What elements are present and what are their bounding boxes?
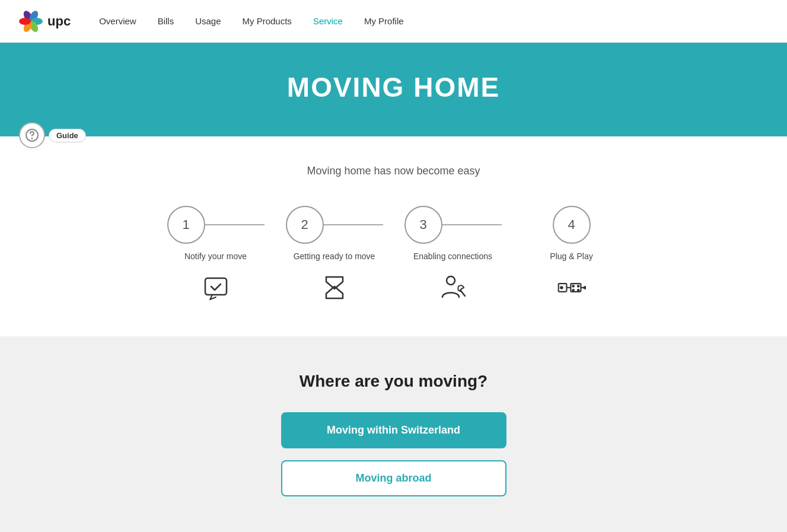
step-4-circle: 4	[553, 206, 591, 244]
step-3-icon	[438, 272, 469, 303]
guide-icon	[25, 128, 39, 142]
steps-section: Moving home has now become easy 1 Notify…	[0, 136, 787, 336]
hourglass-icon	[320, 273, 349, 302]
nav-links: Overview Bills Usage My Products Service…	[99, 16, 403, 26]
nav-usage[interactable]: Usage	[195, 16, 221, 26]
where-title: Where are you moving?	[0, 372, 787, 391]
hero-banner: MOVING HOME Guide	[0, 43, 787, 136]
nav-my-profile[interactable]: My Profile	[364, 16, 404, 26]
check-bubble-icon	[202, 273, 230, 302]
step-2-circle: 2	[286, 206, 324, 244]
svg-point-7	[32, 138, 33, 139]
svg-point-19	[577, 289, 579, 291]
plug-play-icon	[557, 273, 586, 302]
svg-rect-8	[205, 278, 227, 295]
nav-service[interactable]: Service	[313, 16, 343, 26]
nav-bills[interactable]: Bills	[158, 16, 174, 26]
person-wrench-icon	[439, 273, 467, 302]
step-3-label: Enabling connections	[413, 251, 492, 263]
logo[interactable]: upc	[19, 9, 71, 33]
svg-point-18	[572, 289, 574, 291]
moving-abroad-button[interactable]: Moving abroad	[281, 460, 506, 496]
svg-line-11	[460, 290, 465, 296]
guide-badge[interactable]: Guide	[19, 122, 86, 148]
where-section: Where are you moving? Moving within Swit…	[0, 336, 787, 532]
svg-point-10	[447, 276, 455, 285]
svg-point-17	[577, 285, 579, 287]
svg-point-13	[560, 286, 562, 288]
guide-label: Guide	[49, 129, 86, 142]
step-3: 3 Enabling connections	[394, 206, 512, 303]
step-4-icon	[556, 272, 587, 303]
steps-subtitle: Moving home has now become easy	[0, 165, 787, 177]
nav-my-products[interactable]: My Products	[243, 16, 292, 26]
step-line-1-2	[205, 224, 265, 225]
step-4-label: Plug & Play	[550, 251, 592, 263]
step-4: 4 Plug & Play	[512, 206, 631, 303]
step-2-label: Getting ready to move	[294, 251, 375, 263]
svg-point-21	[584, 286, 585, 288]
hero-title: MOVING HOME	[0, 71, 787, 103]
upc-logo-icon	[19, 9, 43, 33]
step-3-circle: 3	[404, 206, 442, 244]
guide-icon-circle	[19, 122, 45, 148]
svg-point-16	[572, 285, 574, 287]
moving-within-switzerland-button[interactable]: Moving within Switzerland	[281, 412, 506, 448]
step-1-label: Notify your move	[184, 251, 247, 263]
step-1-circle: 1	[167, 206, 205, 244]
step-1: 1 Notify your move	[157, 206, 275, 303]
step-2-icon	[319, 272, 350, 303]
step-2: 2 Getting ready to move	[275, 206, 394, 303]
step-line-3-4	[442, 224, 502, 225]
navigation: upc Overview Bills Usage My Products Ser…	[0, 0, 787, 43]
logo-text: upc	[47, 14, 71, 29]
nav-overview[interactable]: Overview	[99, 16, 136, 26]
step-1-icon	[200, 272, 231, 303]
svg-point-5	[19, 18, 31, 25]
step-line-2-3	[324, 224, 383, 225]
